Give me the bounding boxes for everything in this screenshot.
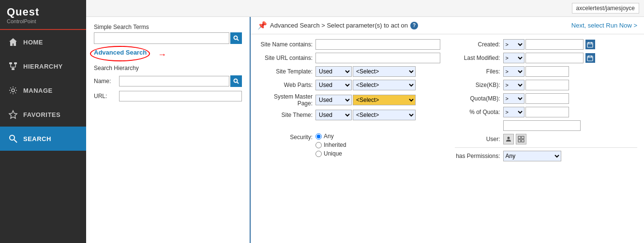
pct-quota-label: % of Quota: [455,109,503,115]
site-template-row: Site Template: Used Unused Any <Select> [257,66,440,77]
security-any-option[interactable]: Any [315,133,346,140]
extra-input[interactable] [503,120,581,131]
pct-quota-value-input[interactable] [525,107,569,117]
svg-rect-21 [588,56,589,57]
sidebar-item-favorites[interactable]: FAVORITES [0,102,86,127]
manage-icon [8,85,18,96]
last-modified-date-input[interactable] [525,53,584,63]
security-radio-group: Any Inherited Unique [315,133,346,157]
nav-manage-label: MANAGE [23,87,53,94]
url-label: URL: [94,93,119,100]
user-info: axcelertest/jamesjoyce [572,3,639,14]
user-person-button[interactable] [503,134,514,144]
security-row: Security: Any Inherited Unique [257,133,440,157]
svg-point-9 [10,135,15,140]
url-field-row: URL: [94,91,242,101]
has-permissions-label: has Permissions: [455,153,503,159]
created-date-input[interactable] [525,39,584,50]
svg-rect-0 [9,62,12,64]
security-any-radio[interactable] [315,133,322,140]
favorites-icon [8,109,18,120]
quota-operator-select[interactable]: ><= [503,93,524,104]
site-theme-used-select[interactable]: Used Unused Any [315,110,352,120]
url-input[interactable] [119,91,242,101]
site-url-input[interactable] [315,53,440,63]
web-parts-used-select[interactable]: Used Unused Any [315,80,352,90]
last-modified-operator-select[interactable]: ><= [503,53,524,63]
nav-hierarchy-label: HIERARCHY [23,63,63,70]
name-search-button[interactable] [230,75,242,87]
quota-row: Quota(MB): ><= [455,93,638,104]
created-label: Created: [455,41,503,48]
main-area: axcelertest/jamesjoyce Simple Search Ter… [86,0,644,243]
created-row: Created: ><= [455,39,638,50]
svg-rect-24 [518,136,521,139]
name-label: Name: [94,78,119,85]
nav-home-label: HOME [23,39,43,46]
system-master-page-label: System Master Page: [257,93,315,107]
user-row: User: [455,134,638,144]
web-parts-label: Web Parts: [257,82,315,88]
user-grid-button[interactable] [516,134,526,144]
system-master-page-used-select[interactable]: Used Unused Any [315,95,352,105]
svg-line-12 [237,39,239,41]
system-master-page-value-select[interactable]: <Select> [353,95,416,105]
size-value-input[interactable] [525,80,569,90]
site-template-value-select[interactable]: <Select> [353,66,416,77]
sidebar-item-manage[interactable]: MANAGE [0,78,86,102]
security-inherited-option[interactable]: Inherited [315,142,346,148]
svg-rect-17 [588,42,589,43]
nav-favorites-label: FAVORITES [23,111,60,118]
last-modified-calendar-icon[interactable] [585,53,595,63]
sidebar-item-search[interactable]: SEARCH [0,127,86,151]
size-operator-select[interactable]: ><= [503,80,524,90]
help-icon[interactable]: ? [410,22,418,29]
content-split: Simple Search Terms Advanced Search → Se… [86,17,644,243]
sidebar-item-hierarchy[interactable]: HIERARCHY [0,54,86,78]
site-template-label: Site Template: [257,68,315,75]
sidebar-item-home[interactable]: HOME [0,30,86,54]
site-name-input[interactable] [315,39,440,50]
system-master-page-selects: Used Unused Any <Select> [315,95,416,105]
search-icon [8,133,18,144]
pct-quota-operator-select[interactable]: ><= [503,107,524,117]
size-row: Size(KB): ><= [455,80,638,90]
security-inherited-radio[interactable] [315,142,322,148]
name-input[interactable] [119,76,229,86]
last-modified-label: Last Modified: [455,55,503,61]
panel-title: Advanced Search > Select parameter(s) to… [270,22,418,29]
simple-search-button[interactable] [230,32,242,44]
files-operator-select[interactable]: ><= [503,66,524,77]
site-theme-value-select[interactable]: <Select> [353,110,416,120]
quota-value-input[interactable] [525,93,569,104]
security-unique-option[interactable]: Unique [315,150,346,157]
simple-search-row [94,32,242,44]
next-link[interactable]: Next, select Run Now > [571,22,637,29]
files-row: Files: ><= [455,66,638,77]
pct-quota-row: % of Quota: ><= [455,107,638,117]
has-permissions-select[interactable]: Any Read Contribute Full Control [503,151,561,161]
site-template-used-select[interactable]: Used Unused Any [315,66,352,77]
created-operator-select[interactable]: ><= [503,39,524,50]
logo-sub: ControlPoint [7,18,79,24]
files-value-input[interactable] [525,66,569,77]
right-form-column: Created: ><= [455,39,638,164]
security-unique-radio[interactable] [315,151,322,157]
created-calendar-icon[interactable] [585,40,595,49]
simple-search-label: Simple Search Terms [94,24,242,30]
simple-search-input[interactable] [94,32,229,44]
site-name-row: Site Name contains: [257,39,440,50]
name-field-row: Name: [94,75,242,87]
svg-rect-27 [522,140,524,142]
web-parts-value-select[interactable]: <Select> [353,80,416,90]
site-theme-selects: Used Unused Any <Select> [315,110,416,120]
site-template-selects: Used Unused Any <Select> [315,66,416,77]
svg-rect-18 [591,42,592,43]
svg-rect-25 [522,136,524,139]
web-parts-selects: Used Unused Any <Select> [315,80,416,90]
svg-rect-2 [12,68,15,70]
svg-point-11 [234,36,238,40]
panel-header: 📌 Advanced Search > Select parameter(s) … [251,17,644,34]
site-name-label: Site Name contains: [257,41,315,48]
advanced-search-link[interactable]: Advanced Search [94,49,147,56]
